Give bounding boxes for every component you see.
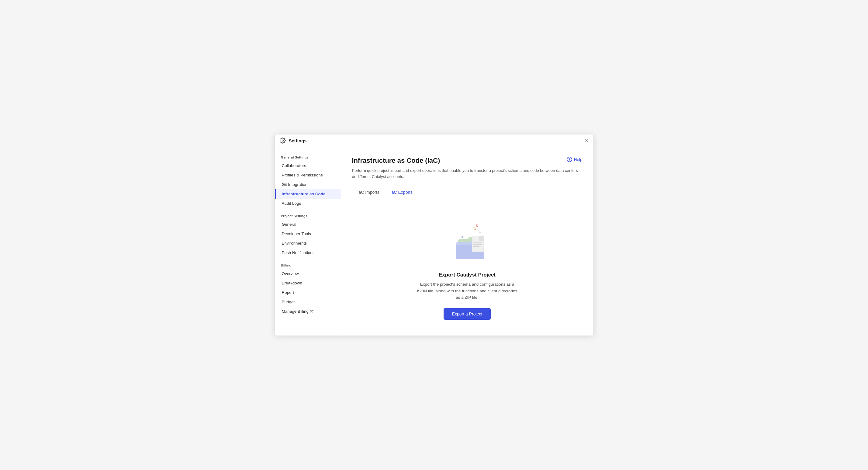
sidebar-item-push-notifications[interactable]: Push Notifications — [275, 248, 341, 257]
content-header: Infrastructure as Code (IaC) ? Help — [352, 157, 583, 165]
settings-window: Settings × General Settings Collaborator… — [275, 134, 594, 336]
sidebar-item-breakdown[interactable]: Breakdown — [275, 278, 341, 288]
sidebar-item-general[interactable]: General — [275, 219, 341, 229]
spacer-1 — [275, 208, 341, 211]
external-link-icon — [310, 310, 313, 313]
sidebar-item-audit-logs[interactable]: Audit Logs — [275, 199, 341, 208]
svg-point-0 — [282, 140, 283, 142]
gear-icon — [280, 138, 286, 144]
export-illustration: + + — [443, 220, 492, 266]
general-settings-label: General Settings — [275, 152, 341, 161]
page-description: Perform quick project import and export … — [352, 168, 583, 179]
tab-iac-imports[interactable]: IaC Imports — [352, 187, 385, 198]
window-title: Settings — [289, 138, 307, 143]
sidebar-item-collaborators[interactable]: Collaborators — [275, 161, 341, 170]
tab-iac-exports[interactable]: IaC Exports — [385, 187, 418, 198]
sidebar-item-infrastructure-as-code[interactable]: Infrastructure as Code — [275, 189, 341, 199]
sidebar-item-report[interactable]: Report — [275, 288, 341, 297]
main-layout: General Settings Collaborators Profiles … — [275, 147, 593, 335]
tabs: IaC Imports IaC Exports — [352, 187, 583, 198]
sidebar: General Settings Collaborators Profiles … — [275, 147, 341, 335]
content-area: Infrastructure as Code (IaC) ? Help Perf… — [341, 147, 593, 335]
sidebar-item-git-integration[interactable]: Git Integration — [275, 180, 341, 189]
export-title: Export Catalyst Project — [439, 272, 496, 278]
sidebar-item-overview[interactable]: Overview — [275, 269, 341, 278]
export-project-button[interactable]: Export a Project — [443, 308, 491, 320]
titlebar-left: Settings — [280, 138, 307, 144]
titlebar: Settings × — [275, 135, 593, 147]
export-section: + + Export Catalyst Project E — [352, 208, 583, 326]
billing-label: Billing — [275, 260, 341, 269]
project-settings-label: Project Settings — [275, 211, 341, 219]
sidebar-item-manage-billing[interactable]: Manage Billing — [275, 306, 341, 316]
svg-point-1 — [474, 228, 476, 230]
svg-text:+: + — [461, 227, 463, 231]
sidebar-item-environments[interactable]: Environments — [275, 238, 341, 248]
export-description: Export the project's schema and configur… — [415, 281, 519, 301]
svg-rect-3 — [476, 225, 478, 227]
help-icon: ? — [567, 157, 572, 162]
spacer-2 — [275, 257, 341, 260]
help-link[interactable]: ? Help — [567, 157, 583, 162]
sidebar-item-budget[interactable]: Budget — [275, 297, 341, 306]
svg-point-2 — [461, 236, 463, 238]
sidebar-item-developer-tools[interactable]: Developer Tools — [275, 229, 341, 238]
sidebar-item-profiles-permissions[interactable]: Profiles & Permissions — [275, 170, 341, 180]
close-button[interactable]: × — [585, 138, 589, 144]
page-title: Infrastructure as Code (IaC) — [352, 157, 440, 165]
svg-text:+: + — [479, 230, 481, 235]
